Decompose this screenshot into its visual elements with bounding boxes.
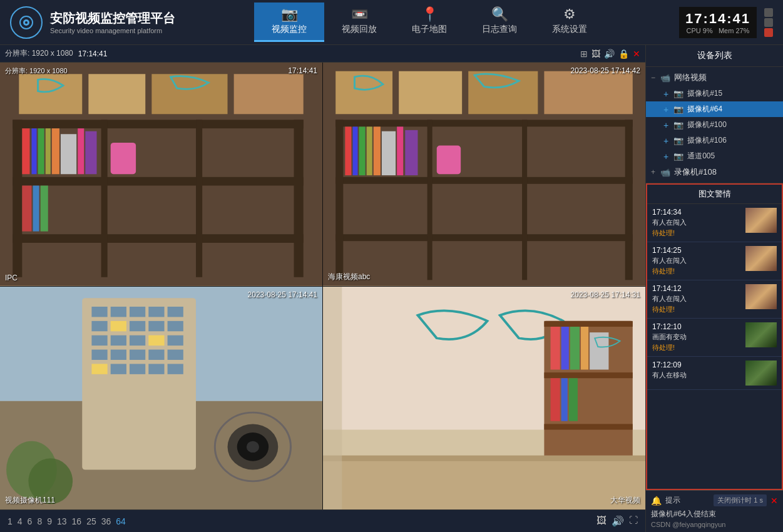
- device-item-摄像机#64[interactable]: +📷摄像机#64: [646, 101, 783, 117]
- alert-item-0[interactable]: 17:14:34 有人在闯入 待处理!: [647, 204, 782, 242]
- channel-8[interactable]: 8: [37, 516, 42, 526]
- svg-rect-65: [168, 335, 183, 345]
- maximize-button[interactable]: [764, 18, 773, 27]
- cell2-label: 海康视频abc: [328, 272, 370, 282]
- svg-rect-26: [41, 186, 48, 232]
- close-button[interactable]: [764, 28, 773, 37]
- alert-item-4[interactable]: 17:12:09 有人在移动: [647, 357, 782, 390]
- alert-list: 17:14:34 有人在闯入 待处理! 17:14:25 有人在闯入 待处理! …: [647, 204, 782, 489]
- channel-1[interactable]: 1: [8, 516, 13, 526]
- cell4-label: 大华视频: [610, 495, 640, 506]
- volume-icon[interactable]: 🔊: [604, 49, 615, 59]
- camera-icon: 📷: [673, 89, 683, 98]
- video-cell-2[interactable]: 2023-08-25 17:14:42 海康视频abc: [323, 63, 645, 286]
- svg-rect-72: [111, 364, 126, 374]
- notif-close-button[interactable]: 关闭倒计时 1 s: [714, 494, 767, 506]
- svg-rect-94: [561, 378, 568, 421]
- alert-time-2: 17:14:12: [652, 284, 742, 293]
- nav-tab-log-query[interactable]: 🔍日志查询: [464, 3, 535, 42]
- channel-36[interactable]: 36: [101, 516, 111, 526]
- alert-thumb-1: [745, 246, 777, 271]
- svg-rect-25: [33, 186, 39, 232]
- alert-time-0: 17:14:34: [652, 208, 742, 217]
- nav-tab-video-playback[interactable]: 📼视频回放: [324, 3, 394, 42]
- camera-icon: 📷: [673, 136, 683, 145]
- channel-16[interactable]: 16: [72, 516, 82, 526]
- device-group-录像机#108[interactable]: +📹录像机#108: [646, 164, 783, 180]
- video-grid: 分辨率: 1920 x 1080 17:14:41 IPC: [0, 63, 645, 509]
- svg-rect-9: [13, 177, 304, 186]
- video-cell-4[interactable]: 2023-08-25 17:14:31 大华视频: [323, 287, 645, 510]
- channel-4[interactable]: 4: [18, 516, 23, 526]
- svg-rect-23: [111, 143, 136, 174]
- nav-tab-system-settings[interactable]: ⚙系统设置: [535, 3, 605, 42]
- svg-rect-66: [91, 349, 107, 359]
- device-group-网络视频[interactable]: −📹网络视频: [646, 69, 783, 86]
- device-list: −📹网络视频+📷摄像机#15+📷摄像机#64+📷摄像机#100+📷摄像机#106…: [646, 67, 783, 183]
- nav-tab-emap[interactable]: 📍电子地图: [394, 3, 464, 42]
- svg-rect-45: [397, 126, 403, 175]
- alert-item-3[interactable]: 17:12:10 画面有变动 待处理!: [647, 319, 782, 357]
- svg-rect-96: [323, 458, 645, 509]
- alert-info-2: 17:14:12 有人在闯入 待处理!: [652, 284, 742, 314]
- video-monitor-label: 视频监控: [272, 24, 307, 35]
- grid-icon[interactable]: ⊞: [580, 49, 588, 59]
- mem-stat: Mem 27%: [719, 27, 750, 34]
- svg-rect-13: [196, 120, 202, 277]
- expand-icon[interactable]: ⛶: [629, 515, 638, 527]
- notif-x-button[interactable]: ✕: [770, 496, 778, 506]
- svg-rect-69: [148, 349, 164, 359]
- minimize-button[interactable]: [764, 8, 773, 17]
- add-icon[interactable]: +: [663, 136, 668, 146]
- svg-rect-16: [31, 128, 36, 174]
- video-cell-1[interactable]: 分辨率: 1920 x 1080 17:14:41 IPC: [0, 63, 322, 286]
- svg-rect-57: [111, 320, 126, 330]
- svg-rect-61: [91, 335, 107, 345]
- video-cell-3[interactable]: 2023-08-25 17:14:41 视频摄像机111: [0, 287, 322, 510]
- svg-rect-10: [13, 234, 304, 243]
- app-title: 安防视频监控管理平台: [50, 10, 175, 27]
- alert-status-2: 待处理!: [652, 305, 742, 314]
- svg-rect-70: [168, 349, 183, 359]
- channel-9[interactable]: 9: [47, 516, 52, 526]
- add-icon[interactable]: +: [663, 151, 668, 161]
- video-top-bar: 分辨率: 1920 x 1080 17:14:41 ⊞ 🖼 🔊 🔒 ✕: [0, 45, 645, 63]
- channel-64[interactable]: 64: [116, 516, 126, 526]
- audio-icon[interactable]: 🔊: [612, 515, 624, 527]
- device-item-通道005[interactable]: +📷通道005: [646, 148, 783, 164]
- alert-thumb-2: [745, 284, 777, 309]
- video-monitor-icon: 📷: [281, 8, 298, 21]
- svg-rect-31: [544, 71, 632, 115]
- add-icon[interactable]: +: [663, 105, 668, 115]
- device-item-摄像机#106[interactable]: +📷摄像机#106: [646, 133, 783, 148]
- screenshot-icon[interactable]: 🖼: [596, 515, 606, 527]
- svg-rect-93: [551, 378, 560, 421]
- svg-rect-90: [570, 326, 580, 369]
- alert-info-3: 17:12:10 画面有变动 待处理!: [652, 322, 742, 352]
- video-area: 分辨率: 1920 x 1080 17:14:41 ⊞ 🖼 🔊 🔒 ✕: [0, 45, 645, 532]
- camera-icon: 📷: [673, 105, 683, 114]
- alert-status-3: 待处理!: [652, 343, 742, 352]
- add-icon[interactable]: +: [663, 89, 668, 99]
- notif-author: CSDN @feiyangqingyun: [651, 521, 778, 528]
- svg-rect-7: [234, 74, 304, 114]
- alert-desc-1: 有人在闯入: [652, 256, 742, 265]
- channel-13[interactable]: 13: [57, 516, 67, 526]
- device-item-摄像机#100[interactable]: +📷摄像机#100: [646, 117, 783, 133]
- svg-rect-63: [130, 335, 145, 345]
- lock-icon[interactable]: 🔒: [618, 49, 629, 59]
- svg-rect-37: [522, 120, 527, 280]
- svg-rect-17: [38, 128, 44, 174]
- svg-rect-55: [168, 306, 183, 316]
- svg-rect-38: [625, 120, 633, 280]
- channel-25[interactable]: 25: [86, 516, 96, 526]
- device-item-摄像机#15[interactable]: +📷摄像机#15: [646, 86, 783, 101]
- alert-item-1[interactable]: 17:14:25 有人在闯入 待处理!: [647, 242, 782, 280]
- header: 安防视频监控管理平台 Security video management pla…: [0, 0, 783, 45]
- channel-6[interactable]: 6: [28, 516, 33, 526]
- alert-item-2[interactable]: 17:14:12 有人在闯入 待处理!: [647, 280, 782, 319]
- add-icon[interactable]: +: [663, 120, 668, 130]
- nav-tab-video-monitor[interactable]: 📷视频监控: [254, 3, 324, 42]
- close-icon[interactable]: ✕: [633, 49, 640, 59]
- image-icon[interactable]: 🖼: [591, 49, 600, 59]
